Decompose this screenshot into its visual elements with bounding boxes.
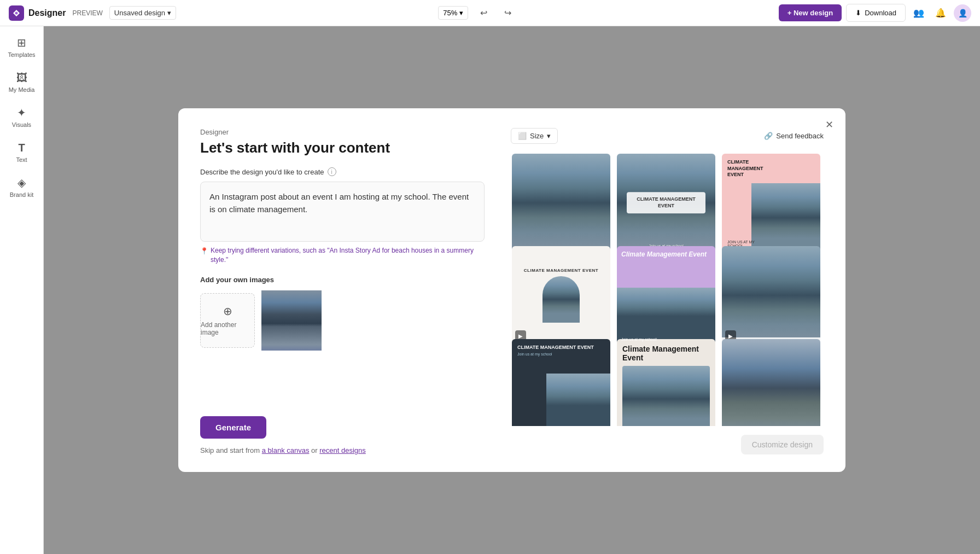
description-label: Describe the design you'd like to create… <box>200 167 485 176</box>
app-name: Designer <box>28 8 66 18</box>
modal-title: Let's start with your content <box>200 139 485 156</box>
sidebar-item-label: Brand kit <box>10 191 33 198</box>
template-title: CLIMATE MANAGEMENT EVENT <box>517 345 605 351</box>
right-header: ⬜ Size ▾ 🔗 Send feedback <box>511 128 824 144</box>
templates-icon: ⊞ <box>17 36 26 49</box>
template-title: Climate Management Event <box>632 196 700 209</box>
customize-design-button: Customize design <box>741 435 824 454</box>
redo-button[interactable]: ↪ <box>499 4 516 22</box>
size-icon: ⬜ <box>518 132 527 140</box>
sidebar-item-label: Text <box>16 156 27 163</box>
template-card[interactable]: CLIMATE MANAGEMENT EVENT ▶ <box>721 245 821 346</box>
feedback-icon: 🔗 <box>764 132 773 140</box>
text-icon: T <box>18 142 25 154</box>
description-textarea[interactable]: An Instagram post about an event I am ho… <box>200 182 485 242</box>
preview-label: PREVIEW <box>72 9 102 17</box>
topbar: Designer PREVIEW Unsaved design ▾ 75% ▾ … <box>0 0 980 26</box>
user-avatar-button[interactable]: 👤 <box>954 4 971 22</box>
share-icon-button[interactable]: 👥 <box>910 4 928 22</box>
sidebar-item-templates[interactable]: ⊞ Templates <box>3 31 40 63</box>
template-card[interactable]: Climate Management Event Join us at my s… <box>616 153 716 253</box>
topbar-right: + New design ⬇ Download 👥 🔔 👤 <box>779 4 971 22</box>
right-footer: Customize design <box>511 435 824 454</box>
template-card[interactable]: CLIMATE MANAGEMENT EVENT Join us at my s… <box>511 338 611 426</box>
chevron-down-icon: ▾ <box>167 9 171 17</box>
template-title: CLIMATE MANAGEMENT EVENT <box>524 268 598 273</box>
canvas-area: ✕ Designer Let's start with your content… <box>44 26 980 554</box>
template-title: Climate Management Event <box>621 250 711 259</box>
suggestion-icon: 📍 <box>200 247 208 256</box>
suggestion-text: 📍 Keep trying different variations, such… <box>200 246 485 265</box>
brand-kit-icon: ◈ <box>18 176 26 189</box>
sidebar-item-visuals[interactable]: ✦ Visuals <box>3 101 40 133</box>
add-images-label: Add your own images <box>200 276 485 284</box>
design-name-dropdown[interactable]: Unsaved design ▾ <box>109 6 176 20</box>
template-title: Climate Management Event <box>622 345 710 363</box>
template-card[interactable]: CLIMATE MANAGEMENT EVENT JOIN US AT MY S… <box>721 153 821 253</box>
modal-footer: Generate Skip and start from a blank can… <box>200 416 485 454</box>
template-card[interactable]: Climate Management Event <box>616 338 716 426</box>
plus-icon: ⊕ <box>223 305 232 318</box>
template-subtitle: Join us at my school <box>517 352 605 356</box>
template-card[interactable] <box>511 153 611 253</box>
send-feedback-button[interactable]: 🔗 Send feedback <box>764 132 824 140</box>
zoom-control[interactable]: 75% ▾ <box>438 6 468 20</box>
close-icon: ✕ <box>825 119 833 131</box>
app-logo: Designer PREVIEW <box>9 5 103 21</box>
template-subtitle: Join us at my school! <box>621 337 657 341</box>
template-title: CLIMATE MANAGEMENT EVENT <box>727 159 772 178</box>
uploaded-image <box>261 290 322 351</box>
blank-canvas-link[interactable]: a blank canvas <box>262 446 310 454</box>
add-image-button[interactable]: ⊕ Add another image <box>200 293 255 348</box>
modal-left-panel: Designer Let's start with your content D… <box>200 128 485 454</box>
my-media-icon: 🖼 <box>16 72 27 84</box>
template-card[interactable]: Climate Management Event Join us at my s… <box>616 245 716 346</box>
templates-grid: Climate Management Event Join us at my s… <box>511 153 824 426</box>
notifications-button[interactable]: 🔔 <box>932 4 949 22</box>
info-icon[interactable]: i <box>328 167 336 176</box>
sidebar-item-my-media[interactable]: 🖼 My Media <box>3 66 40 98</box>
visuals-icon: ✦ <box>17 106 26 119</box>
sidebar-item-text[interactable]: T Text <box>3 136 40 168</box>
modal-close-button[interactable]: ✕ <box>821 117 837 132</box>
modal-overlay: ✕ Designer Let's start with your content… <box>44 26 980 554</box>
template-card[interactable] <box>721 338 821 426</box>
modal-subtitle: Designer <box>200 128 485 136</box>
chevron-down-icon: ▾ <box>459 9 463 17</box>
sidebar-item-label: Visuals <box>12 121 31 128</box>
chevron-down-icon: ▾ <box>547 132 551 140</box>
sidebar-item-label: Templates <box>8 51 35 58</box>
download-icon: ⬇ <box>855 9 861 17</box>
sidebar-item-brand-kit[interactable]: ◈ Brand kit <box>3 171 40 203</box>
image-preview <box>261 290 322 351</box>
generate-button[interactable]: Generate <box>200 416 266 439</box>
undo-button[interactable]: ↩ <box>475 4 492 22</box>
svg-point-0 <box>15 11 18 14</box>
new-design-button[interactable]: + New design <box>779 4 842 21</box>
logo-icon <box>9 5 24 21</box>
sidebar: ⊞ Templates 🖼 My Media ✦ Visuals T Text … <box>0 26 44 554</box>
skip-text: Skip and start from a blank canvas or re… <box>200 446 485 454</box>
download-button[interactable]: ⬇ Download <box>846 4 906 22</box>
designer-modal: ✕ Designer Let's start with your content… <box>178 108 845 472</box>
size-button[interactable]: ⬜ Size ▾ <box>511 128 558 144</box>
modal-right-panel: ⬜ Size ▾ 🔗 Send feedback <box>511 128 824 454</box>
images-row: ⊕ Add another image <box>200 290 485 351</box>
topbar-center: 75% ▾ ↩ ↪ <box>183 4 772 22</box>
recent-designs-link[interactable]: recent designs <box>319 446 366 454</box>
sidebar-item-label: My Media <box>9 86 35 93</box>
template-card[interactable]: CLIMATE MANAGEMENT EVENT ▶ <box>511 245 611 346</box>
